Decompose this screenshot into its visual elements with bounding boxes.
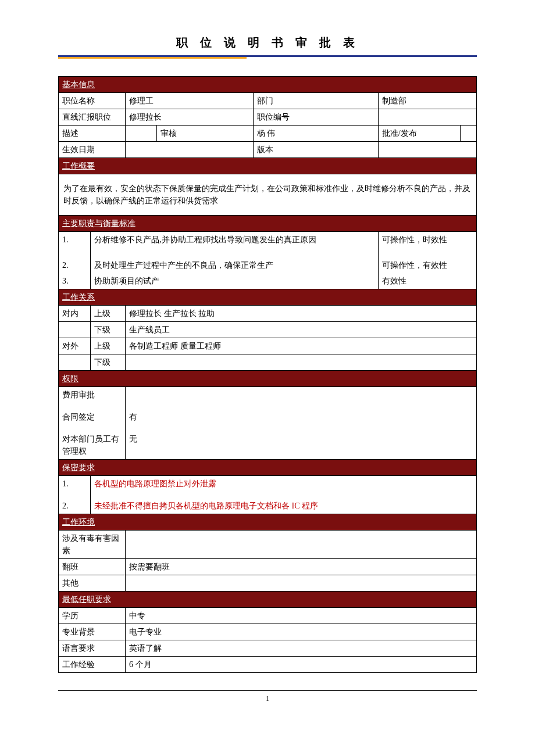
label-effdate: 生效日期 (59, 142, 126, 158)
table-row: 1. 分析维修不良产品,并协助工程师找出导致问题发生的真正原因 可操作性，时效性 (59, 232, 477, 248)
section-header-basic: 基本信息 (59, 77, 477, 93)
page-container: 职 位 说 明 书 审 批 表 基本信息 职位名称 修理工 部门 制造部 直线汇… (0, 0, 535, 726)
cell-empty (59, 322, 91, 338)
minreq-edu-label: 学历 (59, 608, 126, 624)
env-hazard-label: 涉及有毒有害因素 (59, 531, 126, 559)
resp-num: 3. (59, 273, 91, 289)
table-row: 3. 协助新项目的试产 有效性 (59, 273, 477, 289)
table-row: 生效日期 版本 (59, 142, 477, 158)
divider-orange (58, 57, 247, 59)
table-row: 1. 各机型的电路原理图禁止对外泄露 (59, 476, 477, 492)
relation-internal-sub: 生产线员工 (126, 322, 477, 338)
page-footer: 1 (58, 690, 477, 703)
authority-manage-value: 无 (126, 425, 477, 460)
authority-expense-label: 费用审批 (59, 387, 126, 403)
value-department: 制造部 (378, 93, 476, 109)
section-header-minreq: 最低任职要求 (59, 592, 477, 608)
relation-subordinate: 下级 (91, 322, 126, 338)
relation-superior: 上级 (91, 306, 126, 322)
value-version (378, 142, 476, 158)
resp-text: 及时处理生产过程中产生的不良品，确保正常生产 (91, 248, 379, 273)
relation-subordinate: 下级 (91, 354, 126, 371)
minreq-lang-value: 英语了解 (126, 640, 477, 657)
table-row: 专业背景 电子专业 (59, 624, 477, 640)
table-row: 其他 (59, 575, 477, 592)
minreq-exp-label: 工作经验 (59, 657, 126, 673)
section-header-resp: 主要职责与衡量标准 (59, 216, 477, 232)
label-position: 职位名称 (59, 93, 126, 109)
env-shift-value: 按需要翻班 (126, 559, 477, 575)
table-row: 2. 未经批准不得擅自拷贝各机型的电路原理电子文档和各 IC 程序 (59, 492, 477, 514)
table-row: 对本部门员工有管理权 无 (59, 425, 477, 460)
section-header-relation: 工作关系 (59, 289, 477, 306)
section-header-overview: 工作概要 (59, 158, 477, 174)
table-row: 对内 上级 修理拉长 生产拉长 拉助 (59, 306, 477, 322)
label-approve: 批准/发布 (378, 126, 460, 142)
table-row: 描述 审核 杨 伟 批准/发布 (59, 126, 477, 142)
minreq-bg-label: 专业背景 (59, 624, 126, 640)
resp-metric: 有效性 (378, 273, 476, 289)
value-desc (126, 126, 157, 142)
conf-num: 2. (59, 492, 91, 514)
table-row: 对外 上级 各制造工程师 质量工程师 (59, 338, 477, 354)
label-review: 审核 (157, 126, 254, 142)
table-row: 直线汇报职位 修理拉长 职位编号 (59, 109, 477, 126)
table-row: 下级 (59, 354, 477, 371)
env-other-value (126, 575, 477, 592)
table-row: 翻班 按需要翻班 (59, 559, 477, 575)
value-report: 修理拉长 (126, 109, 254, 126)
table-row: 涉及有毒有害因素 (59, 531, 477, 559)
relation-internal: 对内 (59, 306, 91, 322)
relation-external-sub (126, 354, 477, 371)
conf-text: 各机型的电路原理图禁止对外泄露 (91, 476, 477, 492)
section-header-confidential: 保密要求 (59, 460, 477, 476)
page-number: 1 (266, 694, 269, 703)
minreq-edu-value: 中专 (126, 608, 477, 624)
relation-superior: 上级 (91, 338, 126, 354)
relation-external-sup: 各制造工程师 质量工程师 (126, 338, 477, 354)
section-header-env: 工作环境 (59, 514, 477, 531)
authority-expense-value (126, 387, 477, 403)
label-desc: 描述 (59, 126, 126, 142)
table-row: 学历 中专 (59, 608, 477, 624)
page-title: 职 位 说 明 书 审 批 表 (58, 35, 477, 51)
resp-num: 2. (59, 248, 91, 273)
env-hazard-value (126, 531, 477, 559)
label-version: 版本 (253, 142, 378, 158)
table-row: 下级 生产线员工 (59, 322, 477, 338)
resp-metric: 可操作性，时效性 (378, 232, 476, 248)
table-row: 职位名称 修理工 部门 制造部 (59, 93, 477, 109)
resp-metric: 可操作性，有效性 (378, 248, 476, 273)
env-shift-label: 翻班 (59, 559, 126, 575)
main-table: 基本信息 职位名称 修理工 部门 制造部 直线汇报职位 修理拉长 职位编号 描述… (58, 76, 477, 673)
label-report: 直线汇报职位 (59, 109, 126, 126)
table-row: 费用审批 (59, 387, 477, 403)
relation-external: 对外 (59, 338, 91, 354)
cell-empty (59, 354, 91, 371)
minreq-lang-label: 语言要求 (59, 640, 126, 657)
resp-num: 1. (59, 232, 91, 248)
table-row: 2. 及时处理生产过程中产生的不良品，确保正常生产 可操作性，有效性 (59, 248, 477, 273)
table-row: 为了在最有效，安全的状态下保质保量的完成生产计划，在公司政策和标准作业，及时维修… (59, 174, 477, 216)
title-divider (58, 55, 477, 59)
conf-text: 未经批准不得擅自拷贝各机型的电路原理电子文档和各 IC 程序 (91, 492, 477, 514)
value-position: 修理工 (126, 93, 254, 109)
value-effdate (126, 142, 254, 158)
label-posno: 职位编号 (253, 109, 378, 126)
label-department: 部门 (253, 93, 378, 109)
value-posno (378, 109, 476, 126)
minreq-bg-value: 电子专业 (126, 624, 477, 640)
overview-text: 为了在最有效，安全的状态下保质保量的完成生产计划，在公司政策和标准作业，及时维修… (59, 174, 477, 216)
value-review: 杨 伟 (253, 126, 378, 142)
conf-num: 1. (59, 476, 91, 492)
env-other-label: 其他 (59, 575, 126, 592)
table-row: 工作经验 6 个月 (59, 657, 477, 673)
value-approve (461, 126, 477, 142)
table-row: 合同签定 有 (59, 403, 477, 425)
authority-contract-label: 合同签定 (59, 403, 126, 425)
relation-internal-sup: 修理拉长 生产拉长 拉助 (126, 306, 477, 322)
resp-text: 协助新项目的试产 (91, 273, 379, 289)
resp-text: 分析维修不良产品,并协助工程师找出导致问题发生的真正原因 (91, 232, 379, 248)
section-header-authority: 权限 (59, 371, 477, 387)
minreq-exp-value: 6 个月 (126, 657, 477, 673)
